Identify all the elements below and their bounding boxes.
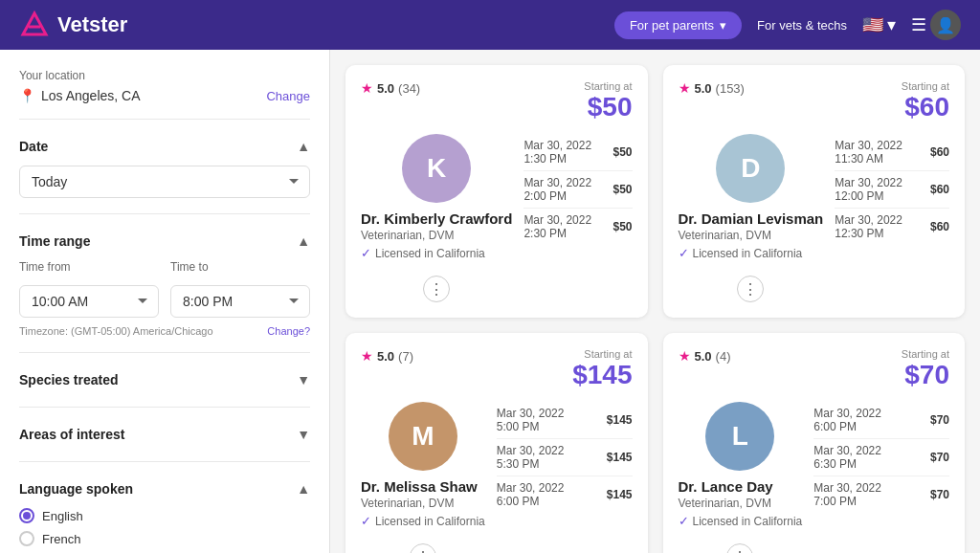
date-section: Date ▲ Today Tomorrow This week bbox=[19, 135, 310, 214]
more-button-wrap: ⋮ bbox=[737, 276, 764, 302]
rating-row: ★ 5.0 (153) bbox=[679, 80, 745, 96]
slot-datetime: Mar 30, 20225:30 PM bbox=[497, 444, 565, 471]
vet-name: Dr. Kimberly Crawford bbox=[361, 210, 512, 227]
vet-card[interactable]: ★ 5.0 (34) Starting at $50 K Dr. Kimberl… bbox=[345, 65, 648, 318]
species-header[interactable]: Species treated ▼ bbox=[19, 368, 310, 391]
time-range-title: Time range bbox=[19, 233, 90, 249]
vet-card-header: ★ 5.0 (34) Starting at $50 bbox=[361, 80, 633, 122]
slot-price: $145 bbox=[607, 488, 633, 501]
vet-licensed: ✓ Licensed in California bbox=[679, 514, 803, 528]
slot-datetime: Mar 30, 202211:30 AM bbox=[835, 139, 902, 166]
pet-parents-button[interactable]: For pet parents ▾ bbox=[614, 11, 742, 39]
time-range-header[interactable]: Time range ▲ bbox=[19, 230, 310, 253]
user-menu[interactable]: ☰ 👤 bbox=[911, 10, 961, 40]
slot-price: $145 bbox=[607, 413, 633, 427]
flag-chevron-icon: ▾ bbox=[887, 14, 896, 35]
vets-button[interactable]: For vets & techs bbox=[757, 18, 847, 33]
more-slots-button[interactable]: ⋮ bbox=[410, 543, 436, 553]
slot-item[interactable]: Mar 30, 20222:30 PM $50 bbox=[523, 209, 632, 245]
time-to-select[interactable]: 8:00 PM bbox=[170, 285, 310, 318]
slot-item[interactable]: Mar 30, 20221:30 PM $50 bbox=[523, 134, 632, 171]
slot-item[interactable]: Mar 30, 20226:00 PM $70 bbox=[813, 402, 949, 439]
review-count: (4) bbox=[716, 349, 731, 364]
slot-item[interactable]: Mar 30, 20225:30 PM $145 bbox=[497, 439, 633, 476]
radio-english-icon bbox=[19, 508, 34, 523]
slot-price: $50 bbox=[612, 220, 632, 233]
starting-at-block: Starting at $70 bbox=[902, 348, 949, 390]
starting-at-label: Starting at bbox=[584, 80, 632, 92]
slot-price: $70 bbox=[930, 488, 949, 501]
areas-title: Areas of interest bbox=[19, 427, 124, 442]
slot-price: $60 bbox=[930, 220, 949, 233]
starting-at-price: $60 bbox=[902, 92, 949, 122]
language-english[interactable]: English bbox=[19, 508, 310, 523]
change-location-link[interactable]: Change bbox=[266, 89, 310, 103]
language-chevron-up-icon: ▲ bbox=[297, 481, 310, 497]
slot-datetime: Mar 30, 20225:00 PM bbox=[497, 407, 565, 433]
language-header[interactable]: Language spoken ▲ bbox=[19, 477, 310, 500]
slot-item[interactable]: Mar 30, 20226:30 PM $70 bbox=[813, 439, 949, 476]
slot-item[interactable]: Mar 30, 202212:30 PM $60 bbox=[835, 209, 949, 245]
main-layout: Your location 📍 Los Angeles, CA Change D… bbox=[0, 50, 980, 553]
more-slots-button[interactable]: ⋮ bbox=[737, 276, 764, 302]
starting-at-block: Starting at $145 bbox=[572, 348, 632, 390]
language-title: Language spoken bbox=[19, 481, 133, 497]
vet-card[interactable]: ★ 5.0 (153) Starting at $60 D Dr. Damian… bbox=[663, 65, 966, 318]
pet-parents-label: For pet parents bbox=[630, 18, 714, 33]
slot-datetime: Mar 30, 202212:30 PM bbox=[835, 213, 902, 240]
slot-item[interactable]: Mar 30, 20226:00 PM $145 bbox=[497, 476, 633, 513]
slot-price: $50 bbox=[612, 145, 632, 159]
vet-card[interactable]: ★ 5.0 (4) Starting at $70 L Dr. Lance Da… bbox=[663, 333, 966, 553]
slot-datetime: Mar 30, 20222:30 PM bbox=[523, 213, 591, 240]
slot-datetime: Mar 30, 202212:00 PM bbox=[835, 176, 902, 203]
vet-slots: Mar 30, 20221:30 PM $50 Mar 30, 20222:00… bbox=[523, 134, 632, 302]
slot-price: $50 bbox=[612, 183, 632, 196]
header: Vetster For pet parents ▾ For vets & tec… bbox=[0, 0, 980, 50]
language-selector[interactable]: 🇺🇸 ▾ bbox=[862, 14, 896, 35]
slot-price: $145 bbox=[607, 451, 633, 464]
more-slots-button[interactable]: ⋮ bbox=[423, 276, 450, 302]
vet-card-body: M Dr. Melissa Shaw Veterinarian, DVM ✓ L… bbox=[361, 402, 633, 553]
date-select[interactable]: Today Tomorrow This week bbox=[19, 166, 310, 198]
svg-marker-0 bbox=[23, 13, 46, 34]
rating-row: ★ 5.0 (34) bbox=[361, 80, 420, 96]
time-chevron-up-icon: ▲ bbox=[297, 233, 310, 249]
slot-price: $60 bbox=[930, 183, 949, 196]
language-french[interactable]: French bbox=[19, 531, 310, 546]
starting-at-block: Starting at $50 bbox=[584, 80, 632, 122]
location-value: 📍 Los Angeles, CA bbox=[19, 88, 141, 103]
slot-datetime: Mar 30, 20226:30 PM bbox=[813, 444, 881, 471]
date-chevron-up-icon: ▲ bbox=[297, 139, 310, 154]
vet-slots: Mar 30, 202211:30 AM $60 Mar 30, 202212:… bbox=[835, 134, 949, 302]
star-icon: ★ bbox=[361, 348, 373, 364]
vet-listings: ★ 5.0 (34) Starting at $50 K Dr. Kimberl… bbox=[330, 50, 980, 553]
more-slots-button[interactable]: ⋮ bbox=[726, 543, 753, 553]
time-from-label: Time from bbox=[19, 260, 159, 274]
language-french-label: French bbox=[42, 532, 80, 546]
vet-card-body: D Dr. Damian Levisman Veterinarian, DVM … bbox=[679, 134, 950, 302]
date-section-header[interactable]: Date ▲ bbox=[19, 135, 310, 158]
logo-icon bbox=[19, 10, 50, 40]
areas-header[interactable]: Areas of interest ▼ bbox=[19, 423, 310, 446]
slot-item[interactable]: Mar 30, 20225:00 PM $145 bbox=[497, 402, 633, 439]
time-from-select[interactable]: 10:00 AM bbox=[19, 285, 159, 318]
language-section: Language spoken ▲ English French Spanish bbox=[19, 477, 310, 553]
more-button-wrap: ⋮ bbox=[726, 543, 753, 553]
vet-card-header: ★ 5.0 (7) Starting at $145 bbox=[361, 348, 633, 390]
vet-card[interactable]: ★ 5.0 (7) Starting at $145 M Dr. Melissa… bbox=[345, 333, 648, 553]
vet-info-left: L Dr. Lance Day Veterinarian, DVM ✓ Lice… bbox=[679, 402, 803, 553]
more-button-wrap: ⋮ bbox=[410, 543, 436, 553]
slot-item[interactable]: Mar 30, 20222:00 PM $50 bbox=[523, 171, 632, 209]
slot-datetime: Mar 30, 20221:30 PM bbox=[523, 139, 591, 166]
slot-item[interactable]: Mar 30, 20227:00 PM $70 bbox=[813, 476, 949, 513]
slot-item[interactable]: Mar 30, 202211:30 AM $60 bbox=[835, 134, 949, 171]
vet-info: Dr. Kimberly Crawford Veterinarian, DVM … bbox=[361, 210, 512, 260]
radio-french-icon bbox=[19, 531, 34, 546]
starting-at-price: $50 bbox=[584, 92, 632, 122]
review-count: (153) bbox=[716, 81, 745, 96]
radio-dot bbox=[23, 512, 31, 520]
change-timezone-link[interactable]: Change? bbox=[267, 325, 310, 337]
rating-value: 5.0 bbox=[695, 81, 712, 96]
slot-item[interactable]: Mar 30, 202212:00 PM $60 bbox=[835, 171, 949, 209]
slot-datetime: Mar 30, 20226:00 PM bbox=[497, 481, 565, 508]
